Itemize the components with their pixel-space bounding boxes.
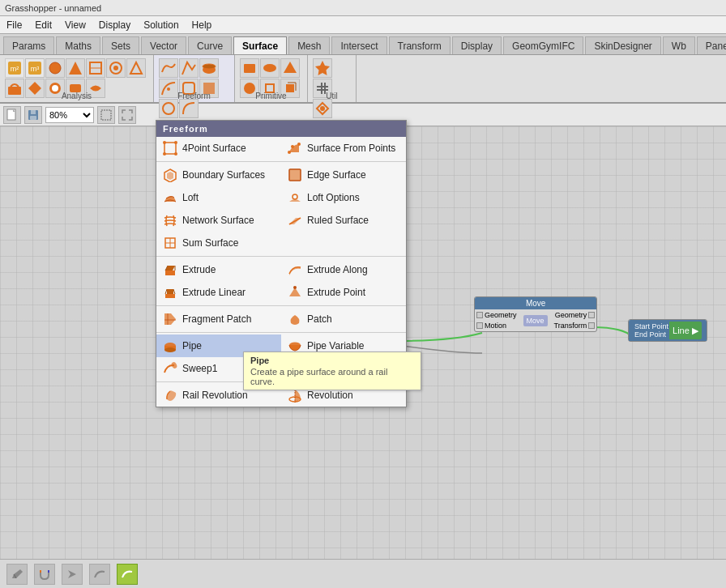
tab-wb[interactable]: Wb — [663, 36, 695, 54]
menu-item-edge[interactable]: Edge Surface — [281, 164, 406, 186]
tool-icon-1[interactable]: m² — [5, 58, 24, 78]
menu-item-sum[interactable]: Sum Surface — [156, 232, 281, 254]
freeform-icon-1[interactable] — [159, 58, 178, 78]
menu-item-extrude-linear[interactable]: Extrude Linear — [156, 281, 281, 304]
menu-display[interactable]: Display — [92, 16, 137, 33]
tab-geomgym[interactable]: GeomGymIFC — [503, 36, 583, 54]
menu-item-loftopts[interactable]: Loft Options — [281, 186, 406, 209]
freeform-icon-2[interactable] — [179, 58, 199, 78]
menu-item-network[interactable]: Network Surface — [156, 209, 281, 232]
toolbar-label-freeform: Freeform — [154, 92, 234, 100]
util-icon-1[interactable] — [313, 58, 332, 78]
menubar: File Edit View Display Solution Help — [0, 16, 726, 34]
titlebar: Grasshopper - unnamed — [0, 0, 726, 16]
status-icon-curve[interactable] — [89, 564, 110, 585]
svg-rect-46 — [289, 169, 301, 181]
svg-point-40 — [174, 152, 177, 156]
port-geom-in[interactable] — [476, 312, 483, 318]
move-center-label: Move — [519, 309, 553, 331]
move-output-ports: Geometry Transform — [553, 309, 597, 331]
svg-point-13 — [52, 85, 58, 92]
menu-solution[interactable]: Solution — [137, 16, 185, 33]
port-geom-out[interactable] — [588, 312, 595, 318]
svg-rect-53 — [167, 289, 173, 294]
tool-icon-4[interactable] — [66, 58, 85, 78]
svg-marker-22 — [284, 62, 297, 73]
status-icon-magnet[interactable] — [34, 564, 55, 585]
tab-transform[interactable]: Transform — [389, 36, 451, 54]
move-port-geometry-out: Geometry — [555, 311, 596, 319]
toolbar-label-primitive: Primitive — [235, 92, 307, 100]
primitive-icon-1[interactable] — [240, 58, 259, 78]
tab-sets[interactable]: Sets — [102, 36, 139, 54]
freeform-icon-7[interactable] — [159, 99, 178, 118]
tab-intersect[interactable]: Intersect — [331, 36, 386, 54]
gh-node-move[interactable]: Move Geometry Motion Move — [474, 296, 597, 332]
tool-icon-3[interactable] — [45, 58, 65, 78]
svg-line-54 — [165, 289, 167, 294]
primitive-icon-2[interactable] — [260, 58, 280, 78]
menu-view[interactable]: View — [58, 16, 92, 33]
menu-item-4point[interactable]: 4Point Surface — [156, 137, 281, 160]
tab-vector[interactable]: Vector — [141, 36, 186, 54]
tab-params[interactable]: Params — [3, 36, 54, 54]
label-fragment: Fragment Patch — [182, 313, 251, 325]
status-icon-pencil[interactable] — [6, 564, 28, 585]
tab-display[interactable]: Display — [452, 36, 502, 54]
svg-point-4 — [49, 62, 61, 74]
label-loft: Loft — [182, 192, 199, 203]
menu-file[interactable]: File — [0, 16, 28, 33]
divider-4 — [156, 332, 406, 333]
menu-item-boundary[interactable]: Boundary Surfaces — [156, 164, 281, 186]
icon-extrude-along — [288, 262, 302, 277]
primitive-icon-3[interactable] — [280, 58, 300, 78]
svg-marker-5 — [69, 62, 82, 75]
icon-fragment — [163, 312, 177, 326]
tool-icon-5[interactable] — [86, 58, 105, 78]
tab-curve[interactable]: Curve — [188, 36, 232, 54]
toolbar: m² m³ — [0, 55, 726, 104]
menu-item-surfpts[interactable]: Surface From Points — [281, 137, 406, 160]
menu-item-fragment[interactable]: Fragment Patch — [156, 308, 281, 330]
svg-point-9 — [113, 66, 118, 70]
icon-edge — [288, 168, 302, 182]
tool-icon-7[interactable] — [126, 58, 146, 78]
tab-surface[interactable]: Surface — [233, 36, 287, 54]
svg-rect-49 — [165, 271, 175, 275]
menu-item-extrude-point[interactable]: Extrude Point — [281, 281, 406, 304]
tab-mesh[interactable]: Mesh — [288, 36, 330, 54]
icon-sum — [163, 236, 177, 250]
gh-node-line[interactable]: Start Point End Point Line ▶ — [628, 319, 707, 342]
menu-item-ruled[interactable]: Ruled Surface — [281, 209, 406, 232]
label-sum: Sum Surface — [182, 237, 238, 249]
tab-skindesigner[interactable]: SkinDesigner — [585, 36, 660, 54]
icon-ruled — [288, 213, 302, 228]
icon-boundary — [163, 168, 177, 182]
menu-item-extrude-along[interactable]: Extrude Along — [281, 258, 406, 281]
status-icon-extra[interactable] — [117, 564, 138, 585]
divider-1 — [156, 161, 406, 162]
svg-rect-52 — [165, 294, 175, 298]
line-end-label: End Point — [634, 330, 666, 339]
icon-network — [163, 213, 177, 228]
icon-extrude-point — [288, 285, 302, 300]
menu-item-extrude[interactable]: Extrude — [156, 258, 281, 281]
label-edge: Edge Surface — [307, 169, 366, 181]
status-icon-arrow[interactable] — [62, 564, 83, 585]
menu-item-patch[interactable]: Patch — [281, 308, 406, 330]
menu-help[interactable]: Help — [186, 16, 219, 33]
tab-paneling[interactable]: PanelingTools — [697, 36, 726, 54]
icon-loft — [163, 190, 177, 205]
tab-maths[interactable]: Maths — [56, 36, 100, 54]
freeform-icon-3[interactable] — [199, 58, 219, 78]
line-start-label: Start Point — [634, 322, 668, 330]
port-motion-in[interactable] — [476, 322, 483, 329]
icon-sweep1 — [163, 361, 177, 376]
menu-item-loft[interactable]: Loft — [156, 186, 281, 209]
freeform-icon-8[interactable] — [179, 99, 199, 118]
util-icon-3[interactable] — [313, 99, 332, 118]
port-transform-out[interactable] — [588, 322, 595, 329]
tool-icon-2[interactable]: m³ — [25, 58, 45, 78]
menu-edit[interactable]: Edit — [28, 16, 58, 33]
tool-icon-6[interactable] — [106, 58, 126, 78]
